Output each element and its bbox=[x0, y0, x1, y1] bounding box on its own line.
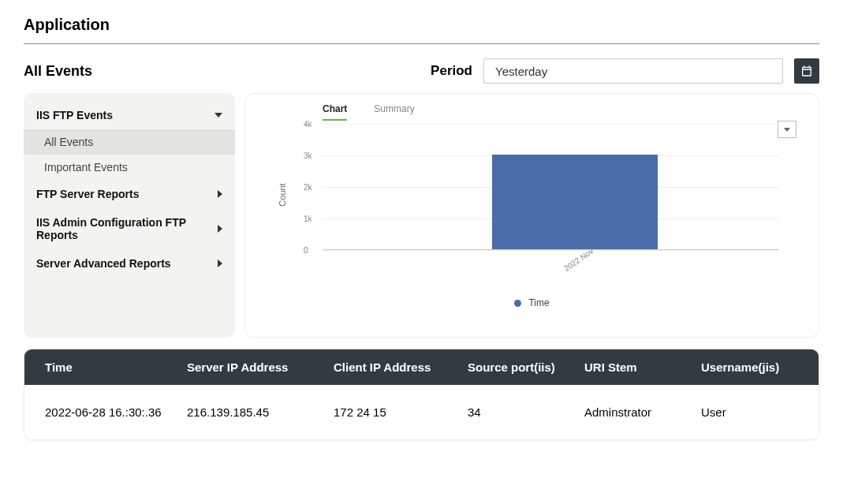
sidebar-group-iis-ftp-events[interactable]: IIS FTP Events bbox=[24, 101, 235, 129]
sidebar-group-server-advanced[interactable]: Server Advanced Reports bbox=[24, 249, 235, 278]
chart-y-axis-label: Count bbox=[278, 183, 287, 206]
chevron-right-icon bbox=[218, 259, 222, 267]
sidebar-item-all-events[interactable]: All Events bbox=[24, 129, 235, 155]
sidebar-group-ftp-server-reports[interactable]: FTP Server Reports bbox=[24, 180, 235, 208]
chart-card: Chart Summary Count 01k2k3k4k2022 Nov Ti… bbox=[244, 93, 819, 338]
cell-time: 2022-06-28 16.:30:.36 bbox=[24, 405, 182, 419]
page-title: Application bbox=[24, 16, 819, 34]
cell-username: User bbox=[696, 405, 819, 419]
sidebar-item-label: All Events bbox=[44, 136, 93, 148]
legend-dot-icon bbox=[514, 300, 521, 307]
sidebar-group-label: IIS FTP Events bbox=[36, 109, 113, 121]
col-uri-stem: URI Stem bbox=[580, 360, 696, 374]
chart-area: Count 01k2k3k4k2022 Nov bbox=[308, 124, 779, 266]
chart-tab-chart[interactable]: Chart bbox=[323, 103, 347, 121]
y-tick: 2k bbox=[304, 183, 312, 192]
chevron-right-icon bbox=[218, 225, 222, 233]
chart-plot: 01k2k3k4k2022 Nov bbox=[323, 124, 779, 250]
col-server-ip: Server IP Address bbox=[182, 360, 329, 374]
cell-source-port: 34 bbox=[463, 405, 580, 419]
y-tick: 3k bbox=[304, 151, 312, 160]
header-row: All Events Period Yesterday bbox=[24, 58, 819, 84]
col-username: Username(jis) bbox=[696, 360, 819, 374]
sidebar-group-label: Server Advanced Reports bbox=[36, 257, 171, 270]
chevron-right-icon bbox=[218, 190, 222, 198]
chevron-down-icon bbox=[784, 128, 790, 132]
col-source-port: Source port(iis) bbox=[463, 360, 580, 374]
chart-tab-summary[interactable]: Summary bbox=[374, 103, 414, 119]
title-divider bbox=[24, 43, 819, 44]
period-group: Period Yesterday bbox=[431, 58, 819, 84]
cell-uri-stem: Adminstrator bbox=[580, 405, 696, 419]
section-title: All Events bbox=[24, 63, 92, 80]
sidebar-item-important-events[interactable]: Important Events bbox=[24, 155, 235, 180]
cell-client-ip: 172 24 15 bbox=[329, 405, 463, 419]
sidebar-group-label: FTP Server Reports bbox=[36, 188, 139, 200]
period-label: Period bbox=[431, 63, 472, 79]
sidebar-group-label: IIS Admin Configuration FTP Reports bbox=[36, 216, 218, 241]
table-row: 2022-06-28 16.:30:.36 216.139.185.45 172… bbox=[24, 385, 819, 439]
sidebar: IIS FTP Events All Events Important Even… bbox=[24, 93, 235, 338]
chart-options-dropdown[interactable] bbox=[778, 121, 796, 138]
chevron-down-icon bbox=[214, 113, 222, 118]
calendar-button[interactable] bbox=[794, 58, 819, 84]
y-tick: 1k bbox=[304, 215, 312, 223]
cell-server-ip: 216.139.185.45 bbox=[182, 405, 329, 419]
chart-legend: Time bbox=[261, 297, 803, 308]
y-tick: 4k bbox=[304, 120, 312, 129]
legend-label: Time bbox=[528, 297, 549, 308]
col-client-ip: Client IP Address bbox=[329, 360, 463, 374]
table-header: Time Server IP Address Client IP Address… bbox=[24, 349, 819, 385]
events-table: Time Server IP Address Client IP Address… bbox=[24, 349, 819, 440]
chart-bar bbox=[492, 155, 658, 249]
sidebar-item-label: Important Events bbox=[44, 161, 128, 174]
period-selected-value: Yesterday bbox=[495, 65, 547, 78]
chart-tabs: Chart Summary bbox=[323, 103, 803, 119]
y-tick: 0 bbox=[304, 246, 308, 255]
calendar-icon bbox=[800, 65, 813, 77]
sidebar-group-iis-admin-config[interactable]: IIS Admin Configuration FTP Reports bbox=[24, 208, 235, 249]
col-time: Time bbox=[24, 360, 182, 374]
period-select[interactable]: Yesterday bbox=[483, 58, 783, 84]
